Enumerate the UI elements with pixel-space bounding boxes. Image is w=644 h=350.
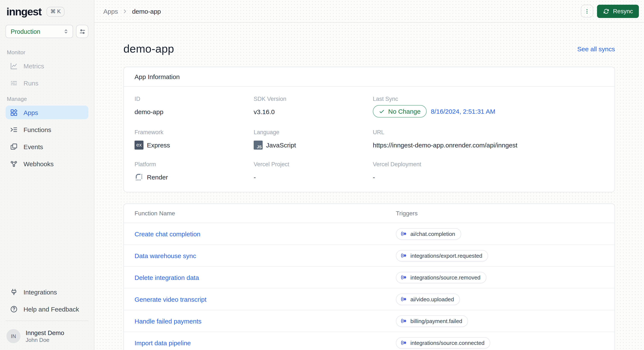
field-id: ID demo-app <box>134 96 254 118</box>
event-trigger-icon <box>401 274 407 280</box>
functions-table-header: Function Name Triggers <box>124 204 614 223</box>
sync-arrows-icon <box>603 8 610 14</box>
function-link[interactable]: Delete integration data <box>134 274 396 281</box>
function-link[interactable]: Import data pipeline <box>134 339 396 346</box>
see-all-syncs-link[interactable]: See all syncs <box>577 45 615 53</box>
function-link[interactable]: Handle failed payments <box>134 317 396 324</box>
events-icon <box>10 143 18 151</box>
field-vercel-deployment: Vercel Deployment - <box>373 161 604 182</box>
sidebar-spacer <box>0 174 94 285</box>
last-sync-value-row: No Change 8/16/2024, 2:51:31 AM <box>373 105 604 118</box>
sidebar-item-label: Metrics <box>24 62 44 70</box>
trigger-name: ai/video.uploaded <box>410 296 454 302</box>
framework-name: Express <box>147 141 170 149</box>
nav-section-monitor: Monitor <box>7 49 87 56</box>
app-information-card: App Information ID demo-app SDK Version … <box>124 67 615 192</box>
sidebar-item-label: Functions <box>24 126 51 133</box>
column-header-triggers: Triggers <box>396 210 604 217</box>
user-info: Inngest Demo John Doe <box>26 329 64 343</box>
trigger-pill[interactable]: integrations/export.requested <box>396 250 488 261</box>
sidebar-item-runs[interactable]: Runs <box>6 76 88 90</box>
trigger-pill[interactable]: ai/chat.completion <box>396 228 461 239</box>
function-link[interactable]: Create chat completion <box>134 230 396 237</box>
breadcrumb-current: demo-app <box>132 8 161 15</box>
environment-filter-button[interactable] <box>76 25 88 38</box>
table-row[interactable]: Handle failed payments billing/payment.f… <box>124 310 614 332</box>
sidebar-item-label: Integrations <box>24 288 57 296</box>
trigger-pill[interactable]: ai/video.uploaded <box>396 293 460 305</box>
help-circle-icon <box>10 305 18 313</box>
sidebar-item-functions[interactable]: Functions <box>6 123 88 136</box>
breadcrumb-apps[interactable]: Apps <box>103 8 118 15</box>
column-header-function-name: Function Name <box>134 210 396 217</box>
user-menu[interactable]: IN Inngest Demo John Doe <box>0 323 94 350</box>
sliders-icon <box>79 28 86 35</box>
resync-button[interactable]: Resync <box>597 5 639 18</box>
field-framework: Framework ex Express <box>134 129 254 150</box>
field-label: Platform <box>134 161 254 168</box>
function-link[interactable]: Data warehouse sync <box>134 252 396 259</box>
sidebar-footer: Integrations Help and Feedback <box>0 285 94 323</box>
check-icon <box>379 108 385 114</box>
no-change-badge-label: No Change <box>388 108 421 115</box>
sidebar: inngest ⌘ K Production Monitor <box>0 0 94 350</box>
field-label: Vercel Deployment <box>373 161 604 168</box>
sidebar-item-label: Runs <box>24 79 38 87</box>
no-change-badge: No Change <box>373 105 427 118</box>
sidebar-item-integrations[interactable]: Integrations <box>6 285 88 299</box>
event-trigger-icon <box>401 296 407 302</box>
last-sync-timestamp-link[interactable]: 8/16/2024, 2:51:31 AM <box>431 108 496 115</box>
trigger-pill[interactable]: integrations/source.removed <box>396 272 486 283</box>
table-row[interactable]: Create chat completion ai/chat.completio… <box>124 223 614 245</box>
table-row[interactable]: Data warehouse sync integrations/export.… <box>124 245 614 267</box>
app-information-grid: ID demo-app SDK Version v3.16.0 Last Syn… <box>124 87 614 192</box>
app-information-card-title: App Information <box>124 67 614 87</box>
render-icon <box>134 172 144 181</box>
trigger-pill[interactable]: billing/payment.failed <box>396 315 468 327</box>
command-k-shortcut[interactable]: ⌘ K <box>46 7 65 17</box>
plug-icon <box>10 288 18 296</box>
resync-button-label: Resync <box>613 8 633 15</box>
topbar-actions: Resync <box>581 5 639 18</box>
express-icon: ex <box>134 140 144 149</box>
field-label: Language <box>254 129 373 135</box>
runs-list-icon <box>10 79 18 87</box>
sidebar-item-metrics[interactable]: Metrics <box>6 59 88 73</box>
sidebar-divider <box>6 320 88 321</box>
field-platform: Platform Render <box>134 161 254 182</box>
platform-name: Render <box>147 173 168 181</box>
sidebar-item-webhooks[interactable]: Webhooks <box>6 157 88 171</box>
field-value: demo-app <box>134 107 254 116</box>
more-options-button[interactable] <box>581 5 594 18</box>
field-value: - <box>254 172 373 182</box>
table-row[interactable]: Import data pipeline integrations/source… <box>124 332 614 350</box>
function-link[interactable]: Generate video transcript <box>134 295 396 303</box>
sidebar-item-apps[interactable]: Apps <box>6 106 88 119</box>
field-label: Vercel Project <box>254 161 373 168</box>
field-value: - <box>373 172 604 182</box>
environment-select[interactable]: Production <box>6 25 73 38</box>
chart-line-icon <box>10 62 18 70</box>
field-value: v3.16.0 <box>254 107 373 116</box>
chevron-right-icon <box>122 8 128 14</box>
trigger-name: integrations/source.removed <box>410 274 480 280</box>
trigger-name: integrations/source.connected <box>410 339 484 346</box>
sidebar-item-help-feedback[interactable]: Help and Feedback <box>6 302 88 316</box>
nav-section-manage: Manage <box>7 96 87 102</box>
sidebar-item-events[interactable]: Events <box>6 140 88 153</box>
field-label: ID <box>134 96 254 102</box>
table-row[interactable]: Delete integration data integrations/sou… <box>124 267 614 288</box>
title-row: demo-app See all syncs <box>124 42 615 56</box>
field-language: Language JS JavaScript <box>254 129 373 150</box>
sidebar-item-label: Apps <box>24 109 38 116</box>
trigger-pill[interactable]: integrations/source.connected <box>396 337 490 348</box>
field-value: JS JavaScript <box>254 140 373 150</box>
kebab-menu-icon <box>584 8 590 14</box>
topbar: Apps demo-app Resync <box>94 0 644 23</box>
field-value: Render <box>134 172 254 182</box>
language-name: JavaScript <box>266 141 296 149</box>
environment-row: Production <box>0 21 94 40</box>
sidebar-item-label: Events <box>24 143 43 150</box>
table-row[interactable]: Generate video transcript ai/video.uploa… <box>124 288 614 310</box>
field-last-sync: Last Sync No Change 8/16/2024, 2:51:31 A… <box>373 96 604 118</box>
